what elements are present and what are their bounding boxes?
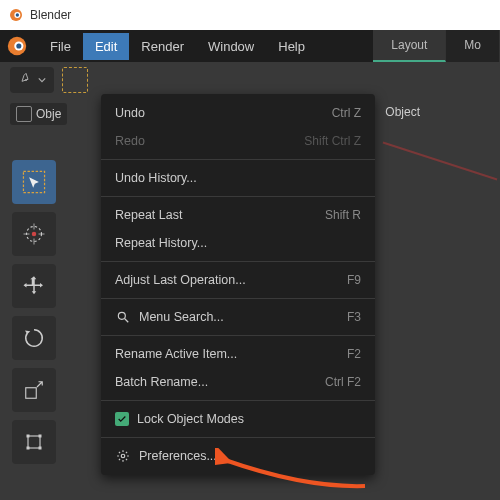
menu-rename-active-shortcut: F2 [347,347,361,361]
menu-adjust-last-operation[interactable]: Adjust Last Operation... F9 [101,266,375,294]
menu-lock-modes-label: Lock Object Modes [137,412,244,426]
header-object-menu[interactable]: Object [385,105,420,119]
tool-settings-bar [0,62,500,98]
compass-icon [18,72,34,88]
tool-select-box[interactable] [12,160,56,204]
menu-batch-rename[interactable]: Batch Rename... Ctrl F2 [101,368,375,396]
box-select-indicator [62,67,88,93]
menu-rename-active-label: Rename Active Item... [115,347,237,361]
menu-rename-active[interactable]: Rename Active Item... F2 [101,340,375,368]
workspace-tab-layout[interactable]: Layout [373,30,446,62]
workspace-tab-modeling[interactable]: Mo [446,30,500,62]
move-icon [22,274,46,298]
tool-move[interactable] [12,264,56,308]
menu-repeat-last-shortcut: Shift R [325,208,361,222]
svg-point-22 [121,454,125,458]
svg-rect-16 [27,435,30,438]
menu-batch-rename-shortcut: Ctrl F2 [325,375,361,389]
menu-separator [101,335,375,336]
blender-app-icon [8,7,24,23]
menu-separator [101,196,375,197]
menu-batch-rename-label: Batch Rename... [115,375,208,389]
tool-rotate[interactable] [12,316,56,360]
chevron-down-icon [38,76,46,84]
scale-icon [22,378,46,402]
menu-preferences-label: Preferences... [139,449,217,463]
svg-rect-17 [39,435,42,438]
menu-repeat-history-label: Repeat History... [115,236,207,250]
menu-adjust-last-label: Adjust Last Operation... [115,273,246,287]
menu-preferences[interactable]: Preferences... [101,442,375,470]
svg-line-21 [125,319,129,323]
blender-logo-icon[interactable] [6,35,28,57]
window-title: Blender [30,8,71,22]
svg-point-6 [25,79,27,81]
menu-undo-shortcut: Ctrl Z [332,106,361,120]
menu-undo-history[interactable]: Undo History... [101,164,375,192]
svg-rect-14 [26,388,37,399]
object-mode-icon [16,106,32,122]
tool-cursor[interactable] [12,212,56,256]
top-menu-bar: File Edit Render Window Help Layout Mo [0,30,500,62]
svg-rect-19 [39,447,42,450]
rotate-icon [22,326,46,350]
svg-rect-15 [28,436,40,448]
menu-help[interactable]: Help [266,33,317,60]
search-icon [115,309,131,325]
menu-search[interactable]: Menu Search... F3 [101,303,375,331]
menu-repeat-last[interactable]: Repeat Last Shift R [101,201,375,229]
menu-edit[interactable]: Edit [83,33,129,60]
menu-separator [101,159,375,160]
tool-scale[interactable] [12,368,56,412]
menu-separator [101,298,375,299]
menu-redo[interactable]: Redo Shift Ctrl Z [101,127,375,155]
menu-redo-label: Redo [115,134,145,148]
svg-point-20 [118,312,125,319]
select-box-icon [21,169,47,195]
svg-point-5 [16,43,21,48]
menu-undo-history-label: Undo History... [115,171,197,185]
cursor-icon [22,222,46,246]
window-titlebar: Blender [0,0,500,30]
edit-menu-dropdown: Undo Ctrl Z Redo Shift Ctrl Z Undo Histo… [101,94,375,475]
mode-selector[interactable]: Obje [10,103,67,125]
mode-label: Obje [36,107,61,121]
snap-pivot-dropdown[interactable] [10,67,54,93]
gear-icon [115,448,131,464]
svg-point-2 [16,13,19,16]
menu-undo-label: Undo [115,106,145,120]
menu-file[interactable]: File [38,33,83,60]
transform-icon [22,430,46,454]
axis-line [383,142,498,181]
menu-separator [101,261,375,262]
menu-separator [101,437,375,438]
tool-column [12,160,56,464]
svg-rect-18 [27,447,30,450]
menu-redo-shortcut: Shift Ctrl Z [304,134,361,148]
svg-point-9 [32,232,37,237]
menu-search-label: Menu Search... [139,310,224,324]
menu-undo[interactable]: Undo Ctrl Z [101,99,375,127]
menu-repeat-history[interactable]: Repeat History... [101,229,375,257]
checkbox-checked-icon [115,412,129,426]
menu-render[interactable]: Render [129,33,196,60]
menu-window[interactable]: Window [196,33,266,60]
menu-repeat-last-label: Repeat Last [115,208,182,222]
menu-lock-object-modes[interactable]: Lock Object Modes [101,405,375,433]
menu-adjust-last-shortcut: F9 [347,273,361,287]
menu-separator [101,400,375,401]
menu-search-shortcut: F3 [347,310,361,324]
tool-transform[interactable] [12,420,56,464]
